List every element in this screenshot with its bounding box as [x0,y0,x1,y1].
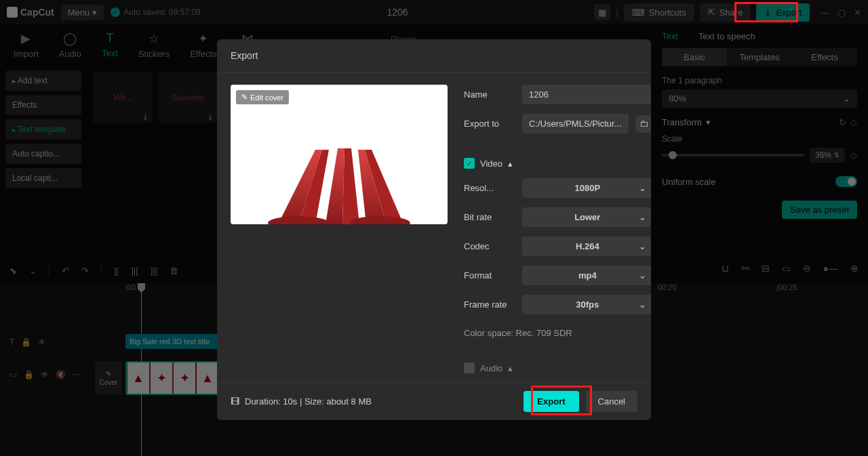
resolution-select[interactable]: 1080P [522,178,651,198]
resolution-row: Resol... 1080P [464,178,651,198]
pencil-icon: ✎ [241,93,248,102]
modal-title: Export [217,39,651,72]
chevron-up-icon: ▴ [508,159,513,169]
codec-select[interactable]: H.264 [522,236,651,256]
color-space-info: Color space: Rec. 709 SDR [464,328,651,338]
video-section-toggle[interactable]: ✓ Video ▴ [464,158,651,169]
framerate-select[interactable]: 30fps [522,295,651,314]
format-row: Format mp4 [464,266,651,285]
chevron-up-icon: ▴ [508,363,513,373]
framerate-row: Frame rate 30fps [464,295,651,314]
cover-preview: ✎ Edit cover [231,85,448,224]
folder-icon: 🗀 [639,119,648,129]
audio-section-toggle[interactable]: Audio ▴ [464,362,651,373]
svg-marker-2 [326,148,344,224]
svg-marker-3 [342,148,359,224]
audio-checkbox[interactable] [464,362,475,373]
edit-cover-button[interactable]: ✎ Edit cover [236,90,289,104]
bitrate-select[interactable]: Lower [522,207,651,227]
video-checkbox[interactable]: ✓ [464,158,475,169]
export-confirm-button[interactable]: Export [524,391,578,412]
export-to-row: Export to C:/Users/PMLS/Pictur... 🗀 [464,114,651,133]
export-path: C:/Users/PMLS/Pictur... [522,114,629,133]
browse-folder-button[interactable]: 🗀 [635,115,651,133]
format-select[interactable]: mp4 [522,266,651,285]
preview-3d-graphic [251,143,427,224]
bitrate-row: Bit rate Lower [464,207,651,227]
modal-footer: 🎞 Duration: 10s | Size: about 8 MB Expor… [217,382,651,420]
film-icon: 🎞 [231,396,239,407]
export-info: 🎞 Duration: 10s | Size: about 8 MB [231,396,517,407]
svg-point-6 [268,216,329,224]
name-input[interactable] [522,85,651,104]
codec-row: Codec H.264 [464,236,651,256]
preview-column: ✎ Edit cover [231,85,448,370]
export-modal: Export ✎ Edit cover [217,39,651,420]
name-row: Name [464,85,651,104]
cancel-button[interactable]: Cancel [586,391,637,412]
export-form: Name Export to C:/Users/PMLS/Pictur... 🗀… [464,85,651,370]
